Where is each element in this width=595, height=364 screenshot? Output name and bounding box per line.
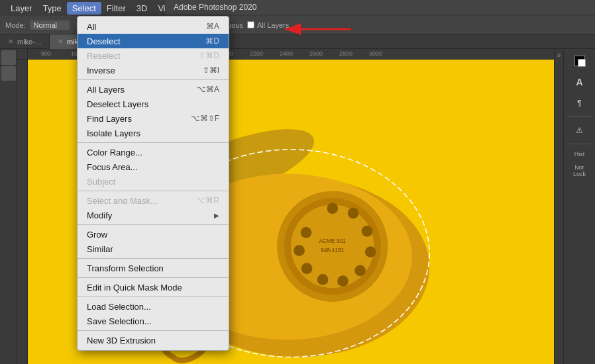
menu-item-find-layers[interactable]: Find Layers ⌥⌘⇧F <box>78 111 229 126</box>
menu-item-transform-selection-label: Transform Selection <box>87 263 219 273</box>
menu-sep-5 <box>78 258 229 259</box>
menu-item-deselect-layers-label: Deselect Layers <box>87 99 219 109</box>
menu-sep-3 <box>78 191 229 191</box>
menu-item-focus-area[interactable]: Focus Area... <box>78 159 229 174</box>
menu-item-quick-mask[interactable]: Edit in Quick Mask Mode <box>78 280 229 295</box>
menu-item-grow[interactable]: Grow <box>78 227 229 242</box>
menu-item-isolate-layers[interactable]: Isolate Layers <box>78 126 229 140</box>
menu-item-select-mask-shortcut: ⌥⌘R <box>196 196 219 205</box>
menu-item-all[interactable]: All ⌘A <box>78 19 229 34</box>
menu-item-save-selection[interactable]: Save Selection... <box>78 314 229 328</box>
menu-item-all-layers-label: All Layers <box>87 85 184 95</box>
menu-sep-6 <box>78 277 229 278</box>
menu-item-color-range-label: Color Range... <box>87 148 219 158</box>
menu-item-modify-arrow: ▶ <box>214 212 219 219</box>
menu-item-reselect-shortcut: ⇧⌘D <box>199 51 219 60</box>
menu-sep-4 <box>78 224 229 225</box>
menu-item-deselect-label: Deselect <box>87 36 192 46</box>
menu-item-save-selection-label: Save Selection... <box>87 316 219 326</box>
menu-sep-8 <box>78 330 229 331</box>
menu-item-all-shortcut: ⌘A <box>206 22 219 31</box>
menu-item-all-layers[interactable]: All Layers ⌥⌘A <box>78 82 229 97</box>
menu-item-deselect-layers[interactable]: Deselect Layers <box>78 97 229 111</box>
menu-item-isolate-layers-label: Isolate Layers <box>87 128 219 138</box>
menu-item-find-layers-shortcut: ⌥⌘⇧F <box>191 114 219 123</box>
menu-item-focus-area-label: Focus Area... <box>87 162 219 172</box>
menu-item-inverse-shortcut: ⇧⌘I <box>203 66 219 75</box>
menu-item-modify[interactable]: Modify ▶ <box>78 208 229 222</box>
menu-item-3d-extrusion-label: New 3D Extrusion <box>87 336 219 345</box>
select-dropdown-menu: All ⌘A Deselect ⌘D Reselect ⇧⌘D Inverse … <box>77 16 229 351</box>
menu-item-3d-extrusion[interactable]: New 3D Extrusion <box>78 333 229 347</box>
menu-item-all-layers-shortcut: ⌥⌘A <box>197 85 219 94</box>
menu-sep-2 <box>78 142 229 143</box>
menu-sep-1 <box>78 79 229 80</box>
menu-item-similar[interactable]: Similar <box>78 242 229 256</box>
menu-item-grow-label: Grow <box>87 230 219 240</box>
menu-item-similar-label: Similar <box>87 244 219 254</box>
menu-item-quick-mask-label: Edit in Quick Mask Mode <box>87 283 219 293</box>
menu-item-select-mask-label: Select and Mask... <box>87 196 183 206</box>
dropdown-overlay: All ⌘A Deselect ⌘D Reselect ⇧⌘D Inverse … <box>0 0 595 364</box>
menu-item-color-range[interactable]: Color Range... <box>78 145 229 159</box>
menu-item-deselect[interactable]: Deselect ⌘D <box>78 34 229 48</box>
menu-item-reselect: Reselect ⇧⌘D <box>78 48 229 63</box>
menu-item-select-mask: Select and Mask... ⌥⌘R <box>78 193 229 208</box>
menu-item-reselect-label: Reselect <box>87 51 186 61</box>
menu-sep-7 <box>78 296 229 297</box>
menu-item-load-selection-label: Load Selection... <box>87 302 219 312</box>
menu-item-deselect-shortcut: ⌘D <box>205 36 219 46</box>
menu-item-inverse-label: Inverse <box>87 66 189 75</box>
menu-item-subject-label: Subject <box>87 177 219 187</box>
menu-item-all-label: All <box>87 22 193 32</box>
menu-item-transform-selection[interactable]: Transform Selection <box>78 261 229 275</box>
menu-item-subject: Subject <box>78 174 229 189</box>
menu-item-load-selection[interactable]: Load Selection... <box>78 299 229 314</box>
menu-item-find-layers-label: Find Layers <box>87 114 178 124</box>
menu-item-inverse[interactable]: Inverse ⇧⌘I <box>78 63 229 77</box>
menu-item-modify-label: Modify <box>87 210 214 220</box>
